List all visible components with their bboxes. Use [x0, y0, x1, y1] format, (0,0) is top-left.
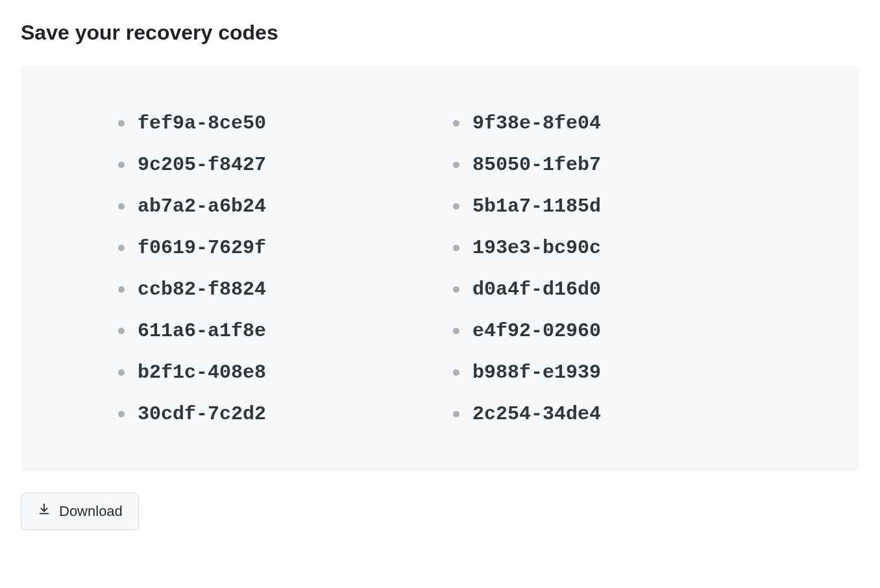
recovery-code-item: f0619-7629f [118, 237, 427, 259]
bullet-icon [453, 328, 459, 334]
recovery-code-value: 9f38e-8fe04 [472, 112, 601, 134]
recovery-code-item: 193e3-bc90c [453, 237, 762, 259]
bullet-icon [453, 369, 459, 376]
recovery-code-value: d0a4f-d16d0 [472, 278, 601, 300]
bullet-icon [118, 162, 125, 168]
recovery-code-item: b988f-e1939 [453, 361, 762, 384]
recovery-code-value: ab7a2-a6b24 [138, 195, 266, 217]
recovery-code-item: 85050-1feb7 [453, 154, 762, 176]
bullet-icon [453, 411, 459, 417]
bullet-icon [118, 411, 125, 417]
recovery-codes-panel: fef9a-8ce50 9c205-f8427 ab7a2-a6b24 f061… [21, 66, 859, 472]
recovery-code-value: 9c205-f8427 [138, 154, 266, 176]
recovery-code-value: 193e3-bc90c [472, 237, 601, 259]
recovery-code-item: 5b1a7-1185d [453, 195, 762, 217]
recovery-code-item: ccb82-f8824 [118, 278, 427, 300]
bullet-icon [453, 120, 459, 127]
recovery-code-value: b2f1c-408e8 [138, 361, 266, 384]
recovery-code-item: 9c205-f8427 [118, 154, 427, 176]
bullet-icon [453, 245, 459, 251]
recovery-code-item: ab7a2-a6b24 [118, 195, 427, 217]
recovery-code-item: 611a6-a1f8e [118, 320, 427, 342]
recovery-code-item: 30cdf-7c2d2 [118, 403, 427, 425]
recovery-codes-grid: fef9a-8ce50 9c205-f8427 ab7a2-a6b24 f061… [118, 112, 762, 425]
recovery-code-value: ccb82-f8824 [138, 278, 266, 300]
bullet-icon [118, 286, 125, 293]
recovery-code-item: fef9a-8ce50 [118, 112, 427, 134]
bullet-icon [118, 369, 125, 376]
bullet-icon [118, 203, 125, 210]
recovery-code-item: e4f92-02960 [453, 320, 762, 342]
recovery-code-value: 2c254-34de4 [472, 403, 601, 425]
download-icon [37, 502, 51, 521]
recovery-code-value: 611a6-a1f8e [138, 320, 266, 342]
download-button[interactable]: Download [21, 493, 139, 530]
bullet-icon [118, 120, 125, 127]
recovery-code-value: fef9a-8ce50 [138, 112, 266, 134]
bullet-icon [118, 328, 125, 334]
recovery-codes-column-left: fef9a-8ce50 9c205-f8427 ab7a2-a6b24 f061… [118, 112, 427, 425]
download-button-label: Download [59, 503, 123, 520]
bullet-icon [118, 245, 125, 251]
bullet-icon [453, 162, 459, 168]
bullet-icon [453, 203, 459, 210]
recovery-code-value: f0619-7629f [138, 237, 266, 259]
recovery-code-item: 9f38e-8fe04 [453, 112, 762, 134]
recovery-code-value: b988f-e1939 [472, 361, 601, 384]
recovery-code-value: 5b1a7-1185d [472, 195, 601, 217]
bullet-icon [453, 286, 459, 293]
recovery-code-value: 30cdf-7c2d2 [138, 403, 266, 425]
recovery-codes-column-right: 9f38e-8fe04 85050-1feb7 5b1a7-1185d 193e… [453, 112, 762, 425]
recovery-code-item: 2c254-34de4 [453, 403, 762, 425]
page-title: Save your recovery codes [21, 21, 859, 45]
recovery-code-value: e4f92-02960 [472, 320, 601, 342]
recovery-code-item: d0a4f-d16d0 [453, 278, 762, 300]
recovery-code-item: b2f1c-408e8 [118, 361, 427, 384]
recovery-code-value: 85050-1feb7 [472, 154, 601, 176]
